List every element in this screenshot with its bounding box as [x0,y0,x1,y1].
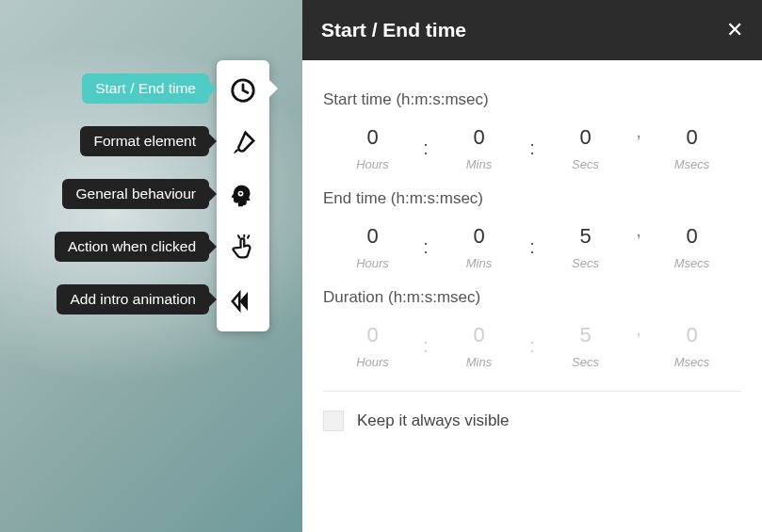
start-mins-input[interactable]: 0 [473,125,484,149]
paintbrush-icon [229,129,257,157]
end-msecs-input[interactable]: 0 [686,224,697,248]
duration-label: Duration (h:m:s:msec) [323,288,741,307]
close-icon[interactable]: ✕ [726,18,743,42]
unit-msecs: Msecs [642,157,741,171]
settings-panel: Start / End time ✕ Start time (h:m:s:mse… [302,0,762,532]
comma-sep: , [635,219,642,241]
unit-mins: Mins [430,157,528,171]
unit-mins: Mins [430,256,528,270]
tooltip-action-when-clicked[interactable]: Action when clicked [55,232,209,262]
unit-msecs: Msecs [642,256,741,270]
tooltip-add-intro-animation[interactable]: Add intro animation [57,284,209,314]
keep-visible-label: Keep it always visible [357,411,510,430]
tab-general-behaviour[interactable] [217,169,269,222]
settings-tab-strip [217,60,269,331]
end-mins-input[interactable]: 0 [473,224,484,248]
tap-hand-icon [229,234,257,263]
start-time-row: 0Hours : 0Mins : 0Secs , 0Msecs [323,115,741,176]
panel-header: Start / End time ✕ [302,0,762,60]
colon-sep: : [528,137,536,159]
colon-sep: : [422,335,430,357]
unit-secs: Secs [536,157,635,171]
tab-add-intro-animation[interactable] [217,275,269,328]
duration-secs: 5 [579,323,591,347]
end-secs-input[interactable]: 5 [579,224,591,248]
unit-secs: Secs [536,355,635,369]
colon-sep: : [422,236,430,258]
end-hours-input[interactable]: 0 [366,224,378,248]
tooltip-format-element[interactable]: Format element [80,126,209,156]
start-time-label: Start time (h:m:s:msec) [323,90,741,109]
svg-point-2 [239,192,242,195]
colon-sep: : [528,335,536,357]
colon-sep: : [528,236,536,258]
unit-msecs: Msecs [642,355,741,369]
tab-start-end-time[interactable] [217,64,269,117]
tab-format-element[interactable] [217,117,269,169]
keep-visible-checkbox[interactable] [323,411,344,431]
start-msecs-input[interactable]: 0 [686,125,697,149]
panel-title: Start / End time [321,19,466,41]
duration-row: 0Hours : 0Mins : 5Secs , 0Msecs [323,313,741,374]
unit-hours: Hours [323,157,422,171]
unit-hours: Hours [323,355,422,369]
tab-action-when-clicked[interactable] [217,222,269,275]
start-hours-input[interactable]: 0 [366,125,378,149]
start-secs-input[interactable]: 0 [579,125,591,149]
head-gear-icon [229,182,257,210]
unit-hours: Hours [323,256,422,270]
animation-icon [229,287,257,315]
end-time-label: End time (h:m:s:msec) [323,189,741,208]
duration-msecs: 0 [686,323,697,347]
clock-icon [229,76,257,105]
comma-sep: , [635,121,642,142]
keep-visible-row: Keep it always visible [323,411,741,431]
unit-secs: Secs [536,256,635,270]
unit-mins: Mins [430,355,528,369]
end-time-row: 0Hours : 0Mins : 5Secs , 0Msecs [323,214,741,275]
duration-hours: 0 [366,323,378,347]
divider [323,391,741,392]
comma-sep: , [635,318,642,340]
duration-mins: 0 [473,323,484,347]
colon-sep: : [422,137,430,159]
tooltip-general-behaviour[interactable]: General behaviour [62,179,209,209]
tooltip-start-end-time[interactable]: Start / End time [82,73,209,104]
panel-body: Start time (h:m:s:msec) 0Hours : 0Mins :… [302,60,762,448]
